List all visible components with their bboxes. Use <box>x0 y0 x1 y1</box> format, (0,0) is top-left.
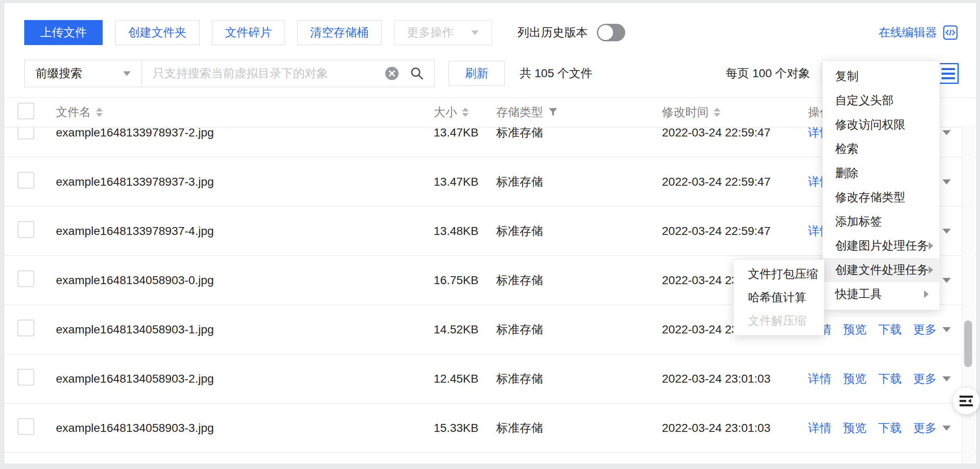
header-filename: 文件名 <box>56 104 91 120</box>
menu-item-create-image-task[interactable]: 创建图片处理任务 <box>823 234 940 258</box>
search-mode-select[interactable]: 前缀搜索 <box>24 60 142 87</box>
storage-class: 标准存储 <box>496 420 662 436</box>
empty-bucket-button[interactable]: 清空存储桶 <box>297 20 381 45</box>
preview-link[interactable]: 预览 <box>843 371 866 387</box>
table-row-partial <box>4 453 976 464</box>
more-link[interactable]: 更多 <box>913 420 951 436</box>
select-all-checkbox[interactable] <box>18 103 34 119</box>
file-name: example1648133978937-3.jpg <box>56 175 434 189</box>
menu-item-custom-headers[interactable]: 自定义头部 <box>823 88 940 113</box>
download-link[interactable]: 下载 <box>878 371 902 387</box>
search-box <box>141 60 434 87</box>
more-actions-label: 更多操作 <box>407 25 454 40</box>
search-icon[interactable] <box>410 66 424 81</box>
details-link[interactable]: 详情 <box>808 371 831 387</box>
upload-file-button[interactable]: 上传文件 <box>24 20 103 45</box>
online-editor-label: 在线编辑器 <box>879 25 937 40</box>
submenu-arrow-icon <box>929 266 933 274</box>
history-versions-label: 列出历史版本 <box>518 25 588 40</box>
storage-class: 标准存储 <box>496 322 662 338</box>
refresh-button[interactable]: 刷新 <box>449 61 505 86</box>
table-row: example1648134058903-2.jpg 12.45KB 标准存储 … <box>4 354 976 403</box>
filter-funnel-icon[interactable] <box>548 107 558 117</box>
page-size-label: 每页 100 个对象 <box>726 66 810 81</box>
download-link[interactable]: 下载 <box>878 322 902 338</box>
menu-item-retrieve[interactable]: 检索 <box>823 137 940 161</box>
collapse-panel-icon <box>960 395 973 407</box>
file-name: example1648133978937-4.jpg <box>56 224 434 238</box>
row-checkbox[interactable] <box>18 270 34 287</box>
search-input[interactable] <box>153 67 374 80</box>
header-size: 大小 <box>434 104 457 120</box>
menu-item-delete[interactable]: 删除 <box>823 161 940 185</box>
chevron-down-icon <box>942 179 951 184</box>
row-checkbox[interactable] <box>18 221 34 238</box>
menu-item-quick-tools[interactable]: 快捷工具 <box>823 282 940 306</box>
row-checkbox[interactable] <box>18 369 34 386</box>
modified-time: 2022-03-24 23:01:03 <box>662 372 808 386</box>
file-name: example1648134058903-1.jpg <box>56 323 434 336</box>
modified-time: 2022-03-24 23:01:03 <box>662 421 808 435</box>
search-row: 前缀搜索 刷新 共 105 个文件 每页 100 个对象 <box>24 60 959 87</box>
sort-filename-icon[interactable] <box>96 108 103 117</box>
chevron-down-icon <box>942 376 951 381</box>
more-actions-context-menu: 复制 自定义头部 修改访问权限 检索 删除 修改存储类型 添加标签 创建图片处理… <box>822 61 940 310</box>
details-link[interactable]: 详情 <box>808 420 831 436</box>
table-row: example1648134058903-1.jpg 14.52KB 标准存储 … <box>4 305 976 354</box>
preview-link[interactable]: 预览 <box>843 420 866 436</box>
row-checkbox[interactable] <box>18 418 34 435</box>
row-checkbox[interactable] <box>18 172 34 189</box>
chevron-down-icon <box>942 426 951 431</box>
menu-item-add-tags[interactable]: 添加标签 <box>823 209 940 234</box>
menu-item-create-file-task[interactable]: 创建文件处理任务 <box>823 258 940 282</box>
storage-class: 标准存储 <box>496 272 662 288</box>
preview-link[interactable]: 预览 <box>843 322 866 338</box>
total-files-count: 共 105 个文件 <box>520 66 592 81</box>
submenu-item-hash-calculate[interactable]: 哈希值计算 <box>734 286 824 309</box>
create-folder-button[interactable]: 创建文件夹 <box>115 20 200 45</box>
scrollbar-thumb[interactable] <box>964 320 972 367</box>
search-mode-value: 前缀搜索 <box>35 66 82 81</box>
download-link[interactable]: 下载 <box>878 420 902 436</box>
modified-time: 2022-03-24 22:59:47 <box>662 175 808 189</box>
file-fragments-button[interactable]: 文件碎片 <box>212 20 285 45</box>
submenu-arrow-icon <box>929 242 933 250</box>
more-link[interactable]: 更多 <box>913 371 951 387</box>
history-version-group: 列出历史版本 <box>518 24 625 41</box>
column-settings-button[interactable] <box>938 63 959 84</box>
chevron-down-icon <box>942 278 951 283</box>
file-size: 14.52KB <box>434 323 496 336</box>
sort-modified-icon[interactable] <box>714 108 720 117</box>
toggle-knob <box>598 25 613 40</box>
file-size: 15.33KB <box>434 421 496 435</box>
more-link[interactable]: 更多 <box>913 322 951 338</box>
storage-class: 标准存储 <box>496 174 662 190</box>
history-versions-toggle[interactable] <box>597 24 625 41</box>
header-modified-time: 修改时间 <box>662 104 709 120</box>
submenu-arrow-icon <box>924 290 929 298</box>
sort-size-icon[interactable] <box>462 108 469 117</box>
storage-class: 标准存储 <box>496 223 662 239</box>
menu-item-modify-access[interactable]: 修改访问权限 <box>823 113 940 137</box>
clear-search-icon[interactable] <box>385 66 399 81</box>
toolbar: 上传文件 创建文件夹 文件碎片 清空存储桶 更多操作 列出历史版本 在线编辑器 <box>4 3 976 45</box>
file-name: example1648134058903-2.jpg <box>56 372 434 386</box>
hamburger-icon <box>942 68 955 70</box>
submenu-item-zip-compress[interactable]: 文件打包压缩 <box>734 262 824 286</box>
file-name: example1648134058903-3.jpg <box>56 421 434 435</box>
file-size: 16.75KB <box>434 274 496 287</box>
file-task-submenu: 文件打包压缩 哈希值计算 文件解压缩 <box>733 260 824 335</box>
online-editor-link[interactable]: 在线编辑器 <box>879 25 958 40</box>
row-checkbox[interactable] <box>18 127 34 139</box>
chevron-down-icon <box>942 229 951 234</box>
collapse-panel-button[interactable] <box>953 388 980 414</box>
row-checkbox[interactable] <box>18 320 34 336</box>
submenu-item-unzip[interactable]: 文件解压缩 <box>734 309 824 333</box>
chevron-down-icon <box>942 130 951 135</box>
menu-item-modify-storage-class[interactable]: 修改存储类型 <box>823 185 940 209</box>
file-name: example1648133978937-2.jpg <box>56 127 434 139</box>
more-actions-button[interactable]: 更多操作 <box>394 20 492 45</box>
menu-item-copy[interactable]: 复制 <box>823 64 940 88</box>
storage-class: 标准存储 <box>496 371 662 387</box>
file-name: example1648134058903-0.jpg <box>56 274 434 287</box>
